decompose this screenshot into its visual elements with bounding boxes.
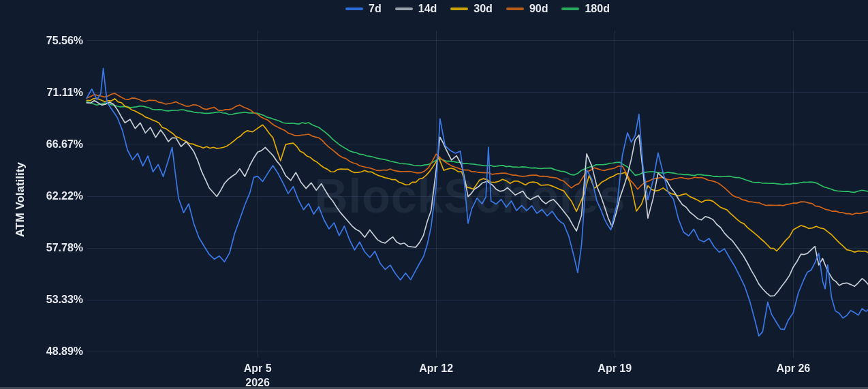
- legend-item-14d[interactable]: 14d: [395, 3, 437, 15]
- volatility-chart-app: BlockScholes 7d 14d 30d 90d 180d ATM Vol…: [0, 0, 868, 389]
- legend-label-90d: 90d: [529, 3, 548, 15]
- y-tick-label: 48.89%: [0, 345, 83, 358]
- legend-line-swatch-30d: [450, 7, 468, 10]
- x-tick-date: Apr 5: [244, 361, 272, 375]
- y-tick-label: 71.11%: [0, 86, 83, 99]
- x-tick-label: Apr 26: [776, 361, 810, 375]
- legend-label-14d: 14d: [418, 3, 437, 15]
- y-tick-label: 53.33%: [0, 293, 83, 306]
- legend-item-180d[interactable]: 180d: [561, 3, 609, 15]
- legend-item-30d[interactable]: 30d: [450, 3, 493, 15]
- legend-line-swatch-90d: [506, 7, 524, 10]
- legend-label-30d: 30d: [474, 3, 493, 15]
- x-tick-date: Apr 19: [598, 361, 632, 375]
- legend-label-180d: 180d: [585, 3, 609, 15]
- x-tick-date: Apr 12: [419, 361, 453, 375]
- legend-item-7d[interactable]: 7d: [345, 3, 382, 15]
- y-tick-label: 75.56%: [0, 34, 83, 47]
- chart-plot-area[interactable]: [0, 0, 868, 389]
- y-tick-label: 57.78%: [0, 241, 83, 254]
- x-tick-label: Apr 19: [598, 361, 632, 375]
- x-tick-date: Apr 26: [776, 361, 810, 375]
- legend-line-swatch-7d: [345, 7, 363, 10]
- legend-item-90d[interactable]: 90d: [506, 3, 548, 15]
- legend-line-swatch-14d: [395, 7, 413, 10]
- y-tick-label: 62.22%: [0, 189, 83, 202]
- legend-label-7d: 7d: [369, 3, 382, 15]
- y-tick-label: 66.67%: [0, 138, 83, 151]
- chart-legend: 7d 14d 30d 90d 180d: [87, 3, 868, 15]
- legend-line-swatch-180d: [561, 7, 579, 10]
- x-tick-label: Apr 5 2026: [244, 361, 272, 389]
- x-tick-label: Apr 12: [419, 361, 453, 375]
